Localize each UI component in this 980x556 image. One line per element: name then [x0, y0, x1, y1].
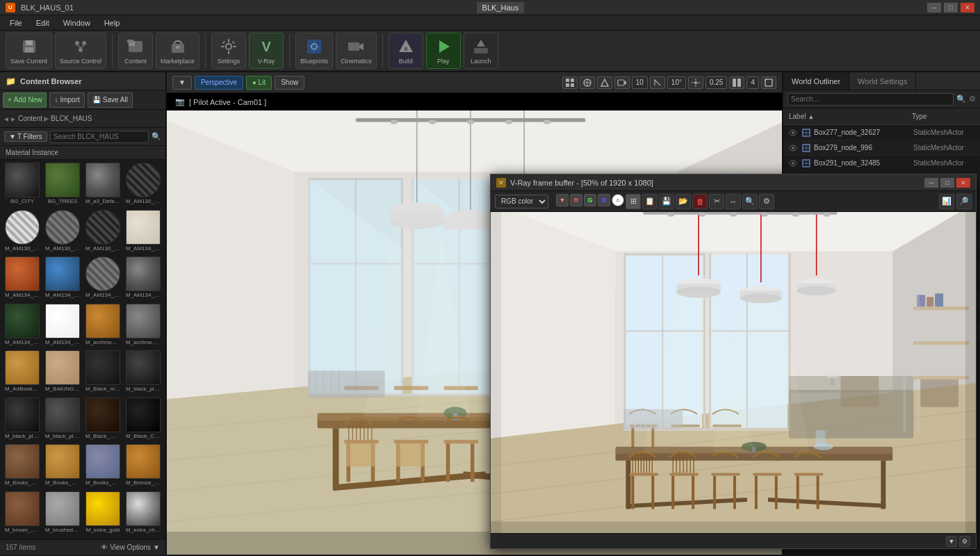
vray-tool-4[interactable]: 📂 [676, 194, 691, 209]
material-item-m-black-wood[interactable]: M_Black_Wood_mtl_brdf_14_Mat [83, 398, 122, 443]
material-item-m-black-90[interactable]: M_black_plastic_mtl_brdf_90_Mat [43, 398, 82, 443]
maximize-button[interactable]: □ [944, 3, 958, 13]
material-item-m-brushed[interactable]: M_brushed_steel_mtl_brdf_89_Mat [43, 491, 82, 537]
vray-maximize-button[interactable]: □ [940, 178, 954, 188]
material-item-m-baking[interactable]: M_BAKING_brdf [43, 350, 82, 396]
cinematics-button[interactable]: Cinematics [336, 33, 377, 69]
material-item-m-am130-035[interactable]: M_AM130_035_001_mtl [124, 163, 163, 208]
vray-tool-9[interactable]: ⚙ [759, 194, 774, 209]
perspective-button[interactable]: Perspective [195, 76, 243, 90]
vp-ctrl-camera[interactable] [614, 76, 630, 89]
vray-color-select[interactable]: RGB color [495, 195, 548, 208]
table-row[interactable]: Box279_node_996StaticMeshActor [783, 140, 980, 156]
vray-lens-button[interactable]: 🔎 [956, 194, 972, 209]
material-item-m-books-small[interactable]: M_Books_Small_Shelf_mtl_brdf_63 [83, 444, 122, 490]
vray-tool-8[interactable]: 🔍 [742, 194, 758, 209]
table-row[interactable]: Box291_node_32485StaticMeshActor [783, 156, 980, 171]
material-item-m-extra2[interactable]: M_extra_chrome [124, 491, 163, 537]
material-item-m-black-113[interactable]: M_black_plastic_mtl_brdf_113_Mat [124, 350, 163, 396]
vp-ctrl-split[interactable] [729, 76, 744, 89]
material-item-m-am134-white[interactable]: M_AM134_38_white_mtl [43, 304, 82, 350]
visibility-icon[interactable] [787, 127, 799, 138]
vray-white-channel[interactable]: ○ [612, 194, 624, 206]
nav-blck-haus[interactable]: BLCK_HAUS [51, 115, 92, 122]
vray-r-channel[interactable]: R [570, 194, 582, 206]
material-item-m-am134-bottle[interactable]: M_AM134_38_bottle_glass_mtl [3, 304, 42, 350]
source-control-button[interactable]: Source Control [55, 33, 106, 69]
vray-b-channel[interactable]: B [598, 194, 610, 206]
material-item-m-a3-default[interactable]: M_a3_Default_mtl [83, 163, 122, 208]
vray-g-channel[interactable]: G [584, 194, 596, 206]
visibility-icon[interactable] [787, 158, 799, 169]
material-item-m-books-kitchen[interactable]: M_Books_Kitchen_mtl_brdf_102_Mat [3, 444, 42, 490]
minimize-button[interactable]: ─ [927, 3, 941, 13]
build-button[interactable]: Build [389, 33, 423, 69]
material-item-m-arch[interactable]: M_archmodels52_005_04_mtl [124, 304, 163, 350]
vray-reset-button[interactable]: ▼ [556, 194, 569, 206]
tab-world-settings[interactable]: World Settings [849, 72, 916, 90]
settings-button[interactable]: Settings [211, 33, 246, 69]
material-item-bg-trees[interactable]: BG_TREES [43, 163, 82, 208]
menu-edit[interactable]: Edit [29, 17, 56, 28]
view-options-button[interactable]: 👁 View Options ▼ [101, 543, 160, 551]
vray-button[interactable]: V V-Ray [249, 33, 284, 69]
material-item-m-black-ceramic[interactable]: M_Black_Ceramic_mtl_brdf_129_Mat [124, 398, 163, 443]
nav-content[interactable]: Content [18, 115, 42, 122]
show-button[interactable]: Show [275, 76, 304, 90]
vray-close-button[interactable]: ✕ [956, 178, 970, 188]
launch-button[interactable]: Launch [464, 33, 498, 69]
visibility-icon[interactable] [787, 142, 799, 154]
vray-minimize-button[interactable]: ─ [924, 178, 938, 188]
marketplace-button[interactable]: Marketplace [156, 33, 199, 69]
material-item-m-black-1[interactable]: M_black_plastic_mtl_brdf_1_Mat [3, 398, 42, 443]
vp-menu-button[interactable]: ▼ [172, 76, 192, 90]
vp-ctrl-3[interactable] [597, 76, 612, 89]
material-item-m-am134-20[interactable]: M_AM134_38_20_... [83, 256, 122, 302]
vp-ctrl-2[interactable] [580, 76, 595, 89]
material-item-m-am134-shoe[interactable]: M_AM134_24_shoe_01_mtl [3, 256, 42, 302]
vray-status-btn-1[interactable]: ▼ [946, 536, 957, 547]
vray-tool-7[interactable]: ↔ [726, 194, 741, 209]
material-item-m-am106-paper[interactable]: M_AM134_06_paper_bag_mtl [124, 210, 163, 256]
material-item-m-am134-water[interactable]: M_AM134_35_water_mtl [43, 256, 82, 302]
vray-tool-5[interactable]: 🗑 [692, 194, 708, 209]
material-item-bg-city[interactable]: BG_CITY [3, 163, 42, 208]
save-all-button[interactable]: 💾 Save All [88, 92, 133, 108]
material-item-m-am130-007[interactable]: M_AM130_035_007_mtl [83, 210, 122, 256]
vp-ctrl-maximize[interactable] [761, 76, 776, 89]
filters-button[interactable]: ▼ T Filters [4, 131, 47, 142]
vray-tool-1[interactable]: ⊞ [626, 194, 641, 209]
vray-tool-6[interactable]: ✂ [709, 194, 724, 209]
tab-world-outliner[interactable]: World Outliner [783, 72, 849, 90]
vray-status-btn-2[interactable]: ⚙ [959, 536, 970, 547]
material-item-m-am130-005[interactable]: M_AM130_035_005_mtl [43, 210, 82, 256]
vp-ctrl-1[interactable] [562, 76, 578, 89]
play-button[interactable]: Play [426, 33, 461, 69]
material-item-m-am134-default[interactable]: M_AM134_38_Defaultfon [124, 256, 163, 302]
material-item-m-brown[interactable]: M_brown_mtl_brdf_75_Mat [3, 491, 42, 537]
vray-tool-3[interactable]: 💾 [659, 194, 674, 209]
save-current-button[interactable]: Save Current [6, 33, 52, 69]
outliner-col-label[interactable]: Label ▲ [789, 113, 912, 120]
outliner-options-icon[interactable]: ⚙ [969, 95, 976, 104]
material-item-m-artbooks[interactable]: M_ArtBooks_Normals_mtl [3, 350, 42, 396]
vray-hist-button[interactable]: 📊 [939, 194, 954, 209]
menu-help[interactable]: Help [97, 17, 127, 28]
menu-window[interactable]: Window [56, 17, 97, 28]
nav-forward-button[interactable]: ▸ [11, 114, 15, 124]
lit-button[interactable]: ● Lit [246, 76, 272, 90]
nav-back-button[interactable]: ◂ [4, 114, 8, 124]
outliner-search-input[interactable] [787, 93, 954, 106]
table-row[interactable]: Box277_node_32627StaticMeshActor [783, 125, 980, 140]
vp-ctrl-pos[interactable] [688, 76, 703, 89]
content-search-input[interactable] [50, 131, 149, 143]
vp-ctrl-angle[interactable] [650, 76, 665, 89]
material-item-m-ticker[interactable]: M_archmodels52_ticker_mtl [83, 304, 122, 350]
import-button[interactable]: ↓ Import [49, 92, 84, 108]
material-item-m-bronze[interactable]: M_Bronze_mtl_brdf_40_Mat [124, 444, 163, 490]
material-item-m-black-45[interactable]: M_Black_mtl_brdf_45_Mat [83, 350, 122, 396]
outliner-col-type[interactable]: Type [912, 113, 974, 120]
add-new-button[interactable]: + Add New [3, 92, 47, 108]
vray-tool-2[interactable]: 📋 [642, 194, 658, 209]
menu-file[interactable]: File [3, 17, 29, 28]
